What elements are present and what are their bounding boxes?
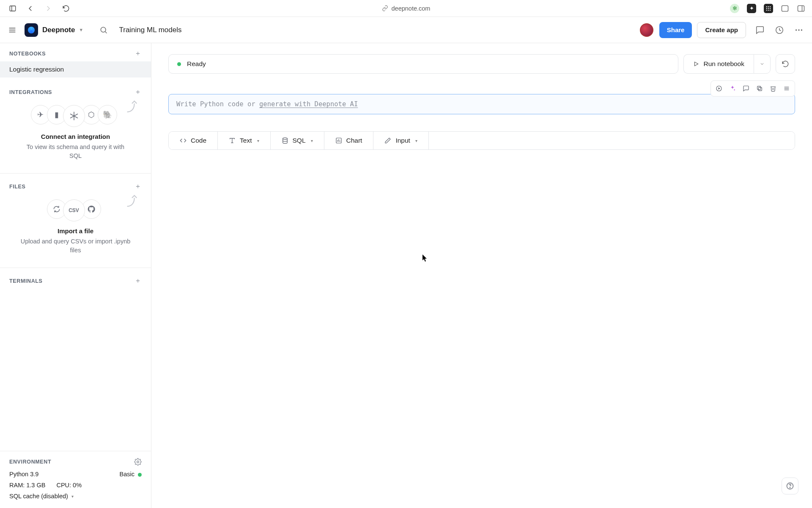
svg-point-4 (770, 6, 771, 7)
search-icon[interactable] (99, 26, 108, 34)
create-app-button[interactable]: Create app (697, 22, 746, 38)
chevron-down-icon: ▾ (311, 138, 313, 143)
sidebar-notebooks: NOTEBOOKS ＋ Logistic regression (0, 43, 151, 82)
svg-point-9 (768, 9, 769, 10)
panel-icon[interactable] (781, 4, 789, 13)
extension-icon[interactable]: ✦ (747, 4, 756, 13)
browser-toolbar: deepnote.com ✻ ✦ (0, 0, 812, 17)
sidebar-toggle-icon[interactable] (7, 3, 19, 14)
notebook-item[interactable]: Logistic regression (0, 61, 151, 77)
sidebar-terminals: TERMINALS ＋ (0, 271, 151, 290)
browser-reload-icon[interactable] (60, 3, 72, 14)
svg-point-2 (766, 6, 767, 7)
run-options-button[interactable] (754, 54, 771, 74)
run-notebook-label: Run notebook (703, 60, 744, 68)
svg-point-21 (798, 29, 799, 30)
svg-point-6 (768, 8, 769, 8)
terminals-label: TERMINALS (9, 278, 43, 284)
csv-icon: CSV (63, 199, 85, 221)
comments-icon[interactable] (755, 25, 765, 35)
add-code-button[interactable]: Code (169, 132, 218, 149)
chevron-down-icon: ▾ (415, 138, 417, 143)
integrations-cta[interactable]: Connect an integration (9, 133, 142, 140)
svg-marker-27 (695, 62, 698, 66)
notebook-title[interactable]: Training ML models (119, 26, 181, 34)
notebooks-label: NOTEBOOKS (9, 51, 46, 57)
code-icon (180, 137, 187, 144)
files-subtext: Upload and query CSVs or import .ipynb f… (9, 237, 142, 261)
integrations-label: INTEGRATIONS (9, 89, 52, 95)
workspace-switcher[interactable]: Deepnote ▾ (25, 23, 82, 37)
ai-generate-link[interactable]: generate with Deepnote AI (259, 100, 358, 108)
extension-grid-icon[interactable] (764, 4, 773, 13)
swoop-arrow-icon (125, 194, 139, 209)
add-file-button[interactable]: ＋ (134, 182, 142, 191)
svg-point-20 (796, 29, 797, 30)
run-notebook-button[interactable]: Run notebook (683, 54, 754, 74)
deepnote-logo-icon (25, 23, 38, 37)
app-header: Deepnote ▾ Training ML models Share Crea… (0, 17, 812, 43)
add-integration-button[interactable]: ＋ (134, 88, 142, 97)
svg-point-10 (770, 9, 771, 10)
sidebar-integrations: INTEGRATIONS ＋ ✈ ▮ ⬡ 🐘 Connect an integr… (0, 82, 151, 171)
gear-icon[interactable] (134, 458, 142, 466)
duplicate-icon[interactable] (753, 83, 766, 94)
browser-back-icon[interactable] (25, 3, 36, 14)
svg-marker-29 (719, 87, 720, 89)
status-dot-icon (138, 473, 142, 477)
avatar[interactable] (640, 23, 653, 37)
notebook-toolbar: Ready Run notebook (168, 54, 795, 74)
files-cta[interactable]: Import a file (9, 227, 142, 235)
share-button[interactable]: Share (659, 22, 692, 38)
run-cell-icon[interactable] (713, 83, 725, 94)
sidebar-files: FILES ＋ CSV Import a file Upload and que… (0, 176, 151, 265)
svg-point-43 (790, 488, 790, 488)
add-notebook-button[interactable]: ＋ (134, 49, 142, 58)
history-icon[interactable] (775, 25, 785, 35)
text-icon (229, 137, 236, 144)
svg-point-17 (101, 27, 106, 32)
env-tier[interactable]: Basic (120, 471, 142, 478)
panel-right-icon[interactable] (797, 4, 805, 13)
swoop-arrow-icon (125, 100, 139, 114)
pencil-icon (384, 137, 391, 144)
chart-icon (335, 137, 342, 144)
add-sql-button[interactable]: SQL ▾ (271, 132, 324, 149)
files-label: FILES (9, 184, 26, 190)
postgres-icon: 🐘 (98, 105, 117, 124)
workspace: Ready Run notebook (151, 43, 812, 508)
env-sql-cache[interactable]: SQL cache (disabled) ▾ (9, 493, 142, 500)
svg-point-5 (766, 8, 767, 8)
add-text-button[interactable]: Text ▾ (218, 132, 270, 149)
browser-url[interactable]: deepnote.com (382, 5, 431, 12)
add-code-label: Code (191, 137, 206, 144)
cell-placeholder-prefix: Write Python code or (176, 100, 259, 108)
database-icon (282, 137, 288, 144)
add-input-button[interactable]: Input ▾ (373, 132, 428, 149)
play-icon (693, 61, 699, 67)
svg-point-7 (770, 8, 771, 8)
code-cell[interactable]: Write Python code or generate with Deepn… (168, 94, 795, 114)
ai-sparkle-icon[interactable] (726, 83, 739, 94)
integration-icons: ✈ ▮ ⬡ 🐘 (9, 105, 142, 127)
chevron-down-icon: ▾ (80, 27, 82, 33)
svg-point-3 (768, 6, 769, 7)
sidebar: NOTEBOOKS ＋ Logistic regression INTEGRAT… (0, 43, 151, 508)
environment-panel: ENVIRONMENT Python 3.9 Basic RAM: 1.3 GB… (0, 451, 151, 508)
more-icon[interactable] (794, 25, 804, 35)
integrations-subtext: To view its schema and query it with SQL (9, 143, 142, 166)
chevron-down-icon: ▾ (71, 494, 74, 499)
svg-line-18 (105, 31, 107, 33)
delete-icon[interactable] (767, 83, 779, 94)
add-block-bar: Code Text ▾ SQL ▾ Chart Input ▾ (168, 131, 795, 150)
cell-menu-icon[interactable] (780, 83, 793, 94)
add-terminal-button[interactable]: ＋ (134, 276, 142, 285)
add-sql-label: SQL (293, 137, 306, 144)
help-button[interactable] (782, 478, 798, 494)
menu-icon[interactable] (8, 25, 18, 35)
restart-kernel-button[interactable] (776, 54, 795, 74)
add-chart-button[interactable]: Chart (324, 132, 374, 149)
comment-icon[interactable] (740, 83, 752, 94)
kernel-status[interactable]: Ready (168, 54, 678, 74)
extension-icon[interactable]: ✻ (730, 4, 739, 13)
